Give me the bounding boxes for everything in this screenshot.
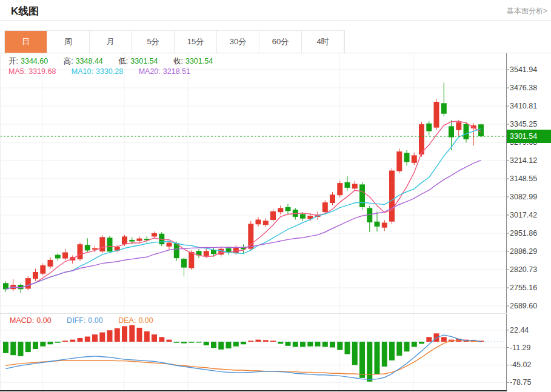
close-label: 收: bbox=[173, 57, 183, 65]
macd-value: 0.00 bbox=[36, 316, 51, 325]
ma-legend: MA5:3319.68 MA10:3330.28 MA20:3218.51 bbox=[8, 67, 193, 76]
y-axis-label: 2886.29 bbox=[510, 247, 550, 256]
ohlc-legend: 开:3344.60 高:3348.44 低:3301.54 收:3301.54 bbox=[8, 56, 215, 67]
y-axis-label: 3148.55 bbox=[510, 174, 550, 183]
y-axis-label: 3410.81 bbox=[510, 102, 550, 110]
tab-day[interactable]: 日 bbox=[5, 31, 47, 53]
ma10-label: MA10: bbox=[72, 67, 93, 76]
macd-chart-svg[interactable] bbox=[0, 314, 551, 390]
macd-y-axis-label: -11.29 bbox=[510, 344, 550, 352]
y-axis-label: 3476.38 bbox=[510, 84, 550, 92]
open-value: 3344.60 bbox=[21, 57, 48, 65]
kline-app: K线图 基本面分析> 日 周 月 5分 15分 30分 60分 4时 开:334… bbox=[0, 0, 551, 392]
macd-y-axis-label: 22.44 bbox=[510, 326, 550, 334]
y-axis-label: 2951.86 bbox=[510, 229, 550, 238]
y-axis-label: 3082.99 bbox=[510, 193, 550, 201]
tab-30min[interactable]: 30分 bbox=[217, 31, 259, 53]
y-axis-label: 2689.60 bbox=[510, 302, 550, 310]
y-axis-label: 2820.73 bbox=[510, 265, 550, 274]
tab-60min[interactable]: 60分 bbox=[259, 31, 302, 53]
macd-y-axis-label: -45.02 bbox=[510, 360, 550, 369]
diff-value: 0.00 bbox=[88, 316, 102, 325]
bottom-border bbox=[0, 390, 507, 391]
tab-4hour[interactable]: 4时 bbox=[302, 31, 344, 53]
y-axis-label: 3017.42 bbox=[510, 211, 550, 219]
dea-label: DEA: bbox=[118, 316, 136, 325]
open-label: 开: bbox=[8, 57, 18, 65]
header-divider bbox=[0, 20, 551, 21]
y-axis-label: 3541.94 bbox=[510, 65, 550, 74]
high-label: 高: bbox=[64, 57, 73, 65]
ma10-value: 3330.28 bbox=[96, 67, 123, 76]
close-value: 3301.54 bbox=[185, 57, 213, 65]
tab-15min[interactable]: 15分 bbox=[175, 31, 217, 53]
macd-y-axis-label: -78.75 bbox=[510, 378, 550, 387]
y-axis-label: 2755.16 bbox=[510, 284, 550, 292]
page-title: K线图 bbox=[11, 4, 39, 18]
y-axis-label: 3214.12 bbox=[510, 156, 550, 165]
low-value: 3301.54 bbox=[130, 57, 158, 65]
ma5-label: MA5: bbox=[8, 67, 26, 76]
main-chart-svg[interactable] bbox=[0, 53, 551, 313]
tab-5min[interactable]: 5分 bbox=[132, 31, 175, 53]
y-axis-label: 3345.25 bbox=[510, 120, 550, 128]
macd-legend: MACD:0.00 DIFF:0.00 DEA:0.00 bbox=[10, 316, 156, 325]
low-label: 低: bbox=[118, 57, 128, 65]
current-price-tag: 3301.54 bbox=[507, 130, 551, 143]
tab-week[interactable]: 周 bbox=[47, 31, 90, 53]
dea-value: 0.00 bbox=[138, 316, 153, 325]
high-value: 3348.44 bbox=[76, 57, 103, 65]
ma5-value: 3319.68 bbox=[28, 67, 56, 76]
ma20-value: 3218.51 bbox=[163, 67, 190, 76]
period-tabs: 日 周 月 5分 15分 30分 60分 4时 bbox=[4, 30, 345, 53]
macd-label: MACD: bbox=[10, 316, 34, 325]
diff-label: DIFF: bbox=[67, 316, 85, 325]
ma20-label: MA20: bbox=[139, 67, 161, 76]
tab-month[interactable]: 月 bbox=[90, 31, 132, 53]
fundamental-analysis-link[interactable]: 基本面分析> bbox=[507, 6, 547, 16]
